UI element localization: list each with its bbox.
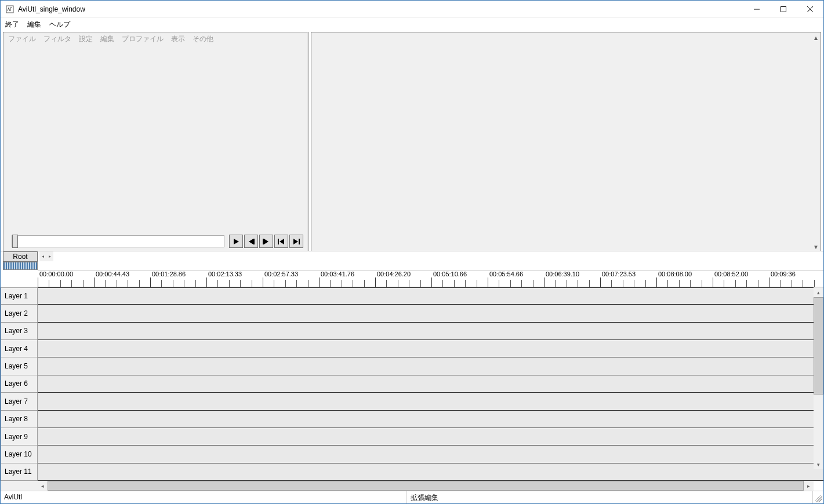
pmenu-edit[interactable]: 編集 bbox=[100, 34, 114, 44]
next-frame-button[interactable] bbox=[259, 235, 273, 248]
timeline-header: Root ◂ ▸ bbox=[1, 251, 823, 262]
layer-label[interactable]: Layer 5 bbox=[1, 357, 38, 375]
pmenu-other[interactable]: その他 bbox=[193, 34, 213, 44]
zoom-bar bbox=[1, 262, 823, 270]
layer-row: Layer 8 bbox=[1, 411, 823, 428]
svg-marker-5 bbox=[234, 239, 239, 244]
layer-label[interactable]: Layer 9 bbox=[1, 428, 38, 445]
layer-label[interactable]: Layer 3 bbox=[1, 323, 38, 340]
tl-scroll-left-icon[interactable]: ◂ bbox=[38, 481, 48, 491]
status-left: AviUtl bbox=[1, 491, 407, 503]
preview-menubar: ファイル フィルタ 設定 編集 プロファイル 表示 その他 bbox=[3, 32, 308, 45]
pmenu-file[interactable]: ファイル bbox=[8, 34, 36, 44]
transport-controls bbox=[3, 233, 308, 251]
menu-help[interactable]: ヘルプ bbox=[49, 20, 70, 30]
layer-track[interactable] bbox=[38, 357, 823, 375]
layer-track[interactable] bbox=[38, 411, 823, 428]
layer-label[interactable]: Layer 11 bbox=[1, 463, 38, 481]
ruler-time-label: 00:06:39.10 bbox=[546, 271, 579, 277]
seek-thumb[interactable] bbox=[12, 235, 18, 248]
pmenu-profile[interactable]: プロファイル bbox=[122, 34, 164, 44]
ruler-time-label: 00:00:44.43 bbox=[96, 271, 129, 277]
ruler-time-label: 00:09:36 bbox=[771, 271, 796, 277]
zoom-track[interactable] bbox=[38, 262, 823, 270]
zoom-handle[interactable] bbox=[3, 262, 38, 270]
tl-scroll-down-icon[interactable]: ▾ bbox=[814, 459, 823, 469]
tl-scroll-right-icon[interactable]: ▸ bbox=[804, 481, 814, 491]
layer-label[interactable]: Layer 4 bbox=[1, 340, 38, 357]
ruler-time-label: 00:02:13.33 bbox=[208, 271, 242, 277]
ruler-canvas[interactable]: 00:00:00.0000:00:44.4300:01:28.8600:02:1… bbox=[38, 270, 823, 287]
scroll-up-icon[interactable]: ▴ bbox=[811, 32, 821, 42]
layer-row: Layer 2 bbox=[1, 305, 823, 322]
svg-rect-13 bbox=[299, 239, 300, 244]
mini-hscroll[interactable]: ◂ ▸ bbox=[39, 251, 53, 261]
preview-viewport bbox=[3, 45, 308, 233]
layer-track[interactable] bbox=[38, 305, 823, 322]
tl-vscroll-thumb[interactable] bbox=[814, 297, 823, 395]
time-ruler: 00:00:00.0000:00:44.4300:01:28.8600:02:1… bbox=[1, 270, 823, 287]
titlebar: AviUtl_single_window bbox=[1, 1, 823, 18]
layer-track[interactable] bbox=[38, 375, 823, 393]
svg-marker-11 bbox=[279, 239, 284, 244]
window-controls bbox=[743, 1, 823, 18]
close-button[interactable] bbox=[797, 1, 823, 18]
layer-track[interactable] bbox=[38, 428, 823, 445]
to-start-button[interactable] bbox=[274, 235, 288, 248]
layer-row: Layer 1 bbox=[1, 287, 823, 305]
ruler-time-label: 00:00:00.00 bbox=[39, 271, 73, 277]
layer-row: Layer 5 bbox=[1, 357, 823, 375]
layer-track[interactable] bbox=[38, 463, 823, 481]
layer-row: Layer 4 bbox=[1, 340, 823, 357]
mini-scroll-left-icon[interactable]: ◂ bbox=[39, 251, 46, 261]
layers-container: Layer 1Layer 2Layer 3Layer 4Layer 5Layer… bbox=[1, 287, 823, 481]
layer-row: Layer 6 bbox=[1, 375, 823, 393]
layer-track[interactable] bbox=[38, 340, 823, 357]
layer-track[interactable] bbox=[38, 445, 823, 463]
timeline-hscroll[interactable]: ◂ ▸ bbox=[1, 481, 814, 491]
tl-scroll-up-icon[interactable]: ▴ bbox=[814, 287, 823, 297]
layer-label[interactable]: Layer 10 bbox=[1, 445, 38, 463]
layer-label[interactable]: Layer 7 bbox=[1, 393, 38, 410]
layer-label[interactable]: Layer 1 bbox=[1, 287, 38, 305]
layer-row: Layer 11 bbox=[1, 463, 823, 481]
ruler-time-label: 00:08:52.00 bbox=[714, 271, 748, 277]
status-right: 拡張編集 bbox=[407, 491, 814, 503]
properties-vscroll[interactable]: ▴ ▾ bbox=[811, 32, 821, 251]
timeline-panel: Root ◂ ▸ 00:00:00.0000:00:44.4300:01:28.… bbox=[1, 251, 823, 491]
layer-track[interactable] bbox=[38, 393, 823, 410]
tl-hscroll-thumb[interactable] bbox=[48, 481, 804, 491]
timeline-vscroll[interactable]: ▴ ▾ bbox=[814, 287, 823, 469]
menu-exit[interactable]: 終了 bbox=[5, 20, 19, 30]
svg-rect-10 bbox=[278, 239, 279, 244]
layer-track[interactable] bbox=[38, 323, 823, 340]
prev-frame-button[interactable] bbox=[244, 235, 258, 248]
menu-edit[interactable]: 編集 bbox=[27, 20, 41, 30]
layer-row: Layer 10 bbox=[1, 445, 823, 463]
pmenu-settings[interactable]: 設定 bbox=[79, 34, 93, 44]
layer-label[interactable]: Layer 8 bbox=[1, 411, 38, 428]
ruler-ticks bbox=[38, 280, 823, 287]
resize-grip[interactable] bbox=[813, 491, 823, 503]
to-end-button[interactable] bbox=[289, 235, 303, 248]
ruler-time-label: 00:08:08.00 bbox=[658, 271, 692, 277]
mini-scroll-right-icon[interactable]: ▸ bbox=[46, 251, 53, 261]
scroll-down-icon[interactable]: ▾ bbox=[811, 242, 821, 251]
layer-label[interactable]: Layer 2 bbox=[1, 305, 38, 322]
properties-panel: ▴ ▾ bbox=[311, 32, 821, 252]
minimize-button[interactable] bbox=[743, 1, 770, 18]
layer-label[interactable]: Layer 6 bbox=[1, 375, 38, 393]
svg-marker-9 bbox=[264, 239, 268, 244]
layer-track[interactable] bbox=[38, 287, 823, 305]
statusbar: AviUtl 拡張編集 bbox=[1, 491, 823, 503]
maximize-button[interactable] bbox=[770, 1, 797, 18]
pmenu-filter[interactable]: フィルタ bbox=[43, 34, 71, 44]
pmenu-view[interactable]: 表示 bbox=[171, 34, 185, 44]
root-button[interactable]: Root bbox=[3, 251, 38, 262]
layer-row: Layer 3 bbox=[1, 323, 823, 340]
ruler-time-label: 00:03:41.76 bbox=[321, 271, 354, 277]
seek-slider[interactable] bbox=[12, 235, 224, 247]
ruler-time-label: 00:05:54.66 bbox=[489, 271, 523, 277]
scroll-track[interactable] bbox=[811, 42, 821, 242]
play-button[interactable] bbox=[229, 235, 243, 248]
